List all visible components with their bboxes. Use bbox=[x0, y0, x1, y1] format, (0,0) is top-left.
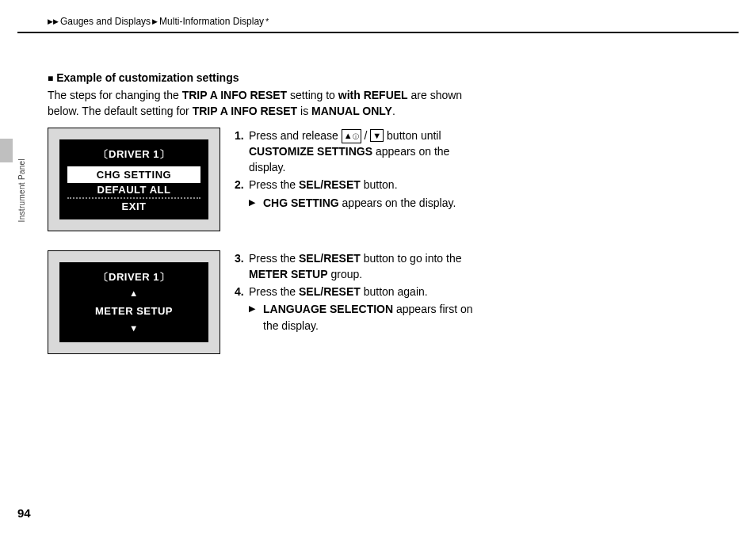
footnote-star: * bbox=[265, 17, 269, 26]
lcd-option-selected: CHG SETTING bbox=[67, 166, 200, 183]
side-tab-label: Instrument Panel bbox=[17, 158, 26, 222]
step-item: 4. Press the SEL/RESET button again. bbox=[235, 284, 488, 299]
result-arrow-icon: ▶ bbox=[249, 301, 263, 334]
breadcrumb-section: Gauges and Displays bbox=[60, 16, 151, 27]
page-number: 94 bbox=[17, 506, 31, 520]
side-tab-marker bbox=[0, 139, 13, 162]
lcd-title: METER SETUP bbox=[64, 304, 204, 318]
chevron-right-icon: ▶▶ bbox=[48, 17, 59, 25]
down-button-icon: ▼ bbox=[370, 129, 384, 142]
step-result: ▶ LANGUAGE SELECTION appears first on th… bbox=[235, 301, 488, 334]
breadcrumb: ▶▶ Gauges and Displays ▶ Multi-Informati… bbox=[48, 16, 739, 27]
section-heading: ■Example of customization settings bbox=[48, 71, 724, 84]
lcd-header: 〔DRIVER 1〕 bbox=[64, 147, 204, 162]
step-list-2: 3. Press the SEL/RESET button to go into… bbox=[235, 250, 488, 300]
lcd-header: 〔DRIVER 1〕 bbox=[64, 270, 204, 284]
display-screenshot-2: 〔DRIVER 1〕 ▲ METER SETUP ▼ bbox=[48, 250, 220, 354]
intro-paragraph: The steps for changing the TRIP A INFO R… bbox=[48, 87, 491, 120]
breadcrumb-page: Multi-Information Display bbox=[159, 16, 264, 27]
down-arrow-icon: ▼ bbox=[64, 324, 204, 333]
chevron-right-icon: ▶ bbox=[152, 17, 158, 25]
step-list-1: 1. Press and release ▲ⓘ / ▼ button until… bbox=[235, 128, 488, 193]
step-result: ▶ CHG SETTING appears on the display. bbox=[235, 195, 488, 211]
step-item: 3. Press the SEL/RESET button to go into… bbox=[235, 250, 488, 283]
header-rule bbox=[17, 32, 739, 33]
lcd-option: EXIT bbox=[64, 200, 204, 213]
up-arrow-icon: ▲ bbox=[64, 289, 204, 298]
step-item: 2. Press the SEL/RESET button. bbox=[235, 177, 488, 193]
square-bullet-icon: ■ bbox=[48, 73, 53, 84]
step-item: 1. Press and release ▲ⓘ / ▼ button until… bbox=[235, 128, 488, 176]
display-screenshot-1: 〔DRIVER 1〕 CHG SETTING DEFAULT ALL EXIT bbox=[48, 128, 220, 231]
result-arrow-icon: ▶ bbox=[249, 195, 263, 211]
up-info-button-icon: ▲ⓘ bbox=[342, 129, 361, 143]
lcd-option: DEFAULT ALL bbox=[64, 183, 204, 196]
